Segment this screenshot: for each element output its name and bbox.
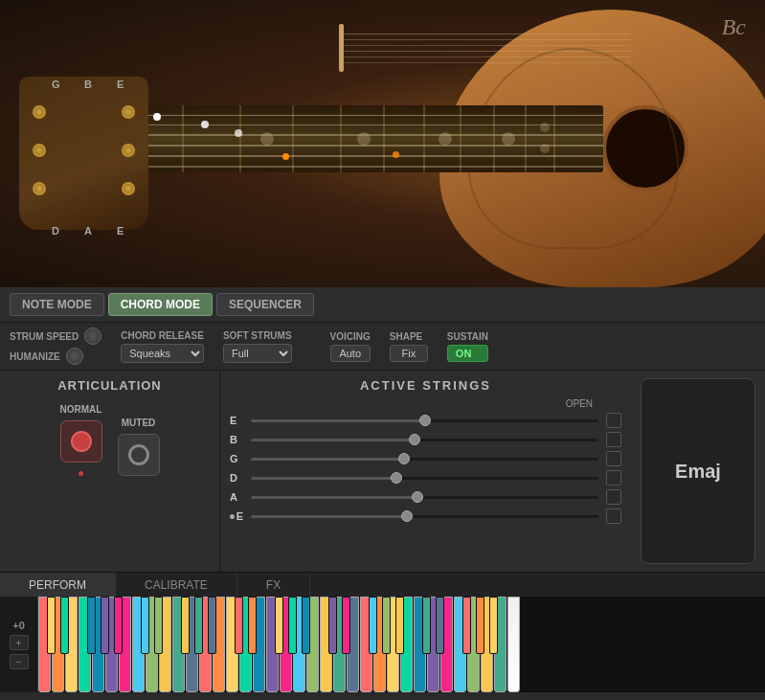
black-key[interactable] (382, 597, 391, 654)
tuning-label-e-low: E (117, 225, 124, 237)
string-e-low-checkbox[interactable] (606, 508, 621, 524)
string-b-checkbox[interactable] (606, 432, 621, 447)
string-label-b: B (230, 434, 243, 445)
normal-button-inner (71, 431, 92, 452)
sustain-toggle[interactable]: ON (447, 345, 488, 362)
string-label-e-low: E (230, 510, 243, 522)
string-row-g: G (230, 451, 621, 466)
muted-label: MUTED (122, 418, 156, 428)
chord-name: Emaj (675, 461, 721, 483)
pitch-up-button[interactable]: + (10, 635, 29, 650)
black-key[interactable] (436, 597, 444, 654)
black-key[interactable] (369, 597, 377, 654)
string-label-e-high: E (230, 415, 243, 426)
pitch-label: +0 (12, 620, 25, 631)
string-e-high-checkbox[interactable] (606, 413, 621, 428)
black-key[interactable] (194, 597, 203, 654)
normal-button[interactable] (60, 420, 102, 463)
black-key[interactable] (342, 597, 350, 654)
string-row-a: A (230, 489, 621, 505)
white-key[interactable] (507, 597, 520, 692)
guitar-headstock (19, 77, 148, 230)
tuning-label-e-high: E (117, 79, 124, 90)
string-a-slider[interactable] (251, 496, 598, 499)
string-label-g: G (230, 453, 243, 464)
black-key[interactable] (476, 597, 484, 654)
black-key[interactable] (422, 597, 431, 654)
tuning-label-g: G (52, 79, 60, 90)
pitch-down-button[interactable]: − (10, 654, 29, 669)
string-e-high-slider[interactable] (251, 419, 598, 422)
strum-speed-group: STRUM SPEED HUMANIZE (10, 327, 101, 365)
voicing-label: VOICING (330, 331, 371, 342)
piano-area: +0 + − (0, 597, 765, 692)
chord-release-label: CHORD RELEASE (121, 330, 204, 341)
string-row-e-high: E (230, 413, 621, 428)
chord-release-group: CHORD RELEASE Squeaks (121, 330, 204, 363)
string-row-e-low: E (230, 508, 621, 524)
strum-speed-knob[interactable] (84, 327, 101, 345)
string-b-slider[interactable] (251, 439, 598, 441)
guitar-neck (124, 105, 603, 172)
tuning-label-b: B (84, 79, 92, 90)
note-mode-button[interactable]: NOTE MODE (10, 293, 104, 316)
string-label-d: D (230, 472, 243, 484)
sequencer-button[interactable]: SEQUENCER (216, 293, 314, 316)
shape-label: SHAPE (390, 331, 428, 342)
string-row-b: B (230, 432, 621, 447)
strings-chord-area: ACTIVE STRINGS OPEN E B (220, 371, 631, 572)
soft-strums-dropdown[interactable]: Full (223, 344, 292, 363)
voicing-value: Auto (330, 345, 371, 362)
black-key[interactable] (87, 597, 96, 654)
brand-logo: Bc (722, 14, 746, 40)
chord-mode-button[interactable]: CHORD MODE (108, 293, 213, 316)
black-key[interactable] (288, 597, 297, 654)
black-key[interactable] (60, 597, 69, 654)
string-d-checkbox[interactable] (606, 470, 621, 485)
black-key[interactable] (141, 597, 149, 654)
controls-bar: STRUM SPEED HUMANIZE CHORD RELEASE Squea… (0, 323, 765, 371)
black-key[interactable] (275, 597, 283, 654)
string-label-a: A (230, 491, 243, 503)
black-key[interactable] (395, 597, 404, 654)
black-key[interactable] (248, 597, 257, 654)
strings-header: OPEN (230, 398, 621, 409)
black-key[interactable] (154, 597, 163, 654)
black-key[interactable] (302, 597, 310, 654)
muted-button[interactable] (118, 434, 160, 476)
tab-perform[interactable]: PERFORM (0, 573, 116, 597)
black-key[interactable] (114, 597, 123, 654)
black-key[interactable] (181, 597, 190, 654)
guitar-display: G B E D A E Bc (0, 0, 765, 287)
black-key[interactable] (47, 597, 56, 654)
black-key[interactable] (489, 597, 498, 654)
tab-fx[interactable]: FX (237, 573, 310, 597)
string-g-slider[interactable] (251, 458, 598, 461)
black-key[interactable] (235, 597, 243, 654)
normal-btn-group: NORMAL (60, 404, 102, 476)
string-g-checkbox[interactable] (606, 451, 621, 466)
voicing-group: VOICING Auto (330, 331, 371, 362)
tuning-label-a: A (84, 225, 92, 237)
black-key[interactable] (208, 597, 216, 654)
string-a-checkbox[interactable] (606, 489, 621, 505)
soft-strums-group: SOFT STRUMS Full (223, 330, 292, 363)
string-e-low-slider[interactable] (251, 515, 598, 518)
chord-release-dropdown[interactable]: Squeaks (121, 344, 204, 363)
black-key[interactable] (101, 597, 109, 654)
articulation-panel: ARTICULATION NORMAL MUTED (0, 371, 220, 572)
tuning-label-d: D (52, 225, 59, 237)
mode-bar: NOTE MODE CHORD MODE SEQUENCER (0, 287, 765, 323)
piano-keys-container (38, 597, 765, 692)
main-section: ARTICULATION NORMAL MUTED ACTIVE STRINGS… (0, 371, 765, 572)
active-strings-panel: ACTIVE STRINGS OPEN E B (220, 371, 631, 572)
piano-left-controls: +0 + − (0, 597, 38, 692)
humanize-knob[interactable] (66, 348, 83, 365)
black-key[interactable] (462, 597, 471, 654)
sustain-group: SUSTAIN ON (447, 331, 488, 362)
black-key[interactable] (328, 597, 337, 654)
strum-speed-label: STRUM SPEED (10, 331, 79, 342)
normal-active-dot (79, 471, 83, 476)
string-d-slider[interactable] (251, 477, 598, 480)
tab-calibrate[interactable]: CALIBRATE (116, 573, 237, 597)
